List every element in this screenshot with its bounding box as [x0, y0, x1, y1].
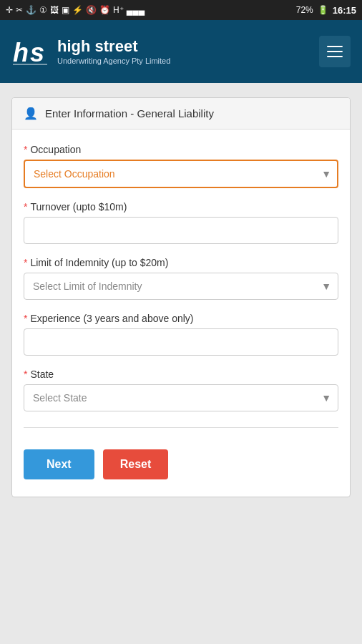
menu-line-2 — [327, 51, 343, 52]
form-title: Enter Information - General Liability — [45, 107, 214, 119]
state-required: * — [24, 369, 27, 380]
logo-text: high street Underwriting Agency Pty Limi… — [57, 37, 170, 67]
experience-field-group: *Experience (3 years and above only) — [24, 313, 338, 356]
state-select-wrapper: Select State ▼ — [24, 384, 338, 411]
status-icons: ✛ ✂ ⚓ ① 🖼 ▣ ⚡ 🔇 ⏰ H⁺ ▄▄▄ — [6, 5, 145, 15]
limit-indemnity-required: * — [24, 257, 27, 268]
menu-button[interactable] — [319, 36, 351, 67]
limit-indemnity-label: *Limit of Indemnity (up to $20m) — [24, 257, 338, 268]
limit-indemnity-select-wrapper: Select Limit of Indemnity ▼ — [24, 273, 338, 300]
form-body: *Occupation Select Occupation ▼ *Turnove… — [12, 130, 350, 497]
status-icon-scissors: ✂ — [16, 5, 23, 15]
status-icon-1: ① — [39, 5, 47, 15]
reset-button[interactable]: Reset — [103, 449, 169, 479]
menu-line-1 — [327, 46, 343, 47]
logo-icon: h s — [11, 33, 49, 70]
app-header: h s high street Underwriting Agency Pty … — [0, 20, 362, 83]
company-sub: Underwriting Agency Pty Limited — [57, 56, 170, 66]
company-logo: h s high street Underwriting Agency Pty … — [11, 33, 170, 70]
button-row: Next Reset — [24, 444, 338, 482]
menu-line-3 — [327, 56, 343, 57]
status-icon-add: ✛ — [6, 5, 13, 15]
status-icon-signal: H⁺ — [113, 5, 124, 15]
status-icon-alarm: ⏰ — [99, 5, 110, 15]
experience-required: * — [24, 313, 27, 324]
turnover-label: *Turnover (upto $10m) — [24, 201, 338, 213]
status-icon-app: ▣ — [62, 5, 69, 15]
turnover-input[interactable] — [24, 217, 338, 244]
turnover-required: * — [24, 201, 27, 213]
main-content: 👤 Enter Information - General Liability … — [0, 83, 362, 644]
status-right: 72% 🔋 16:15 — [296, 5, 356, 16]
occupation-select-wrapper: Select Occupation ▼ — [24, 160, 338, 188]
state-select[interactable]: Select State — [24, 384, 338, 411]
next-button[interactable]: Next — [24, 449, 94, 479]
battery-pct: 72% — [296, 5, 313, 15]
turnover-field-group: *Turnover (upto $10m) — [24, 201, 338, 244]
person-icon: 👤 — [24, 107, 38, 120]
svg-text:h: h — [13, 38, 29, 67]
battery-icon: 🔋 — [318, 5, 328, 15]
limit-indemnity-select[interactable]: Select Limit of Indemnity — [24, 273, 338, 300]
status-icon-usb: ⚓ — [26, 5, 36, 15]
hs-logo-svg: h s — [11, 33, 49, 70]
form-divider — [24, 427, 338, 428]
status-icon-mute: 🔇 — [86, 5, 97, 15]
svg-text:s: s — [30, 38, 44, 67]
state-field-group: *State Select State ▼ — [24, 369, 338, 411]
status-icon-image: 🖼 — [50, 5, 59, 15]
occupation-field-group: *Occupation Select Occupation ▼ — [24, 144, 338, 188]
status-icon-bt: ⚡ — [72, 5, 83, 15]
form-header: 👤 Enter Information - General Liability — [12, 98, 350, 130]
occupation-select[interactable]: Select Occupation — [24, 160, 338, 188]
occupation-required: * — [24, 144, 27, 155]
experience-input[interactable] — [24, 328, 338, 356]
company-name: high street — [57, 37, 170, 56]
experience-label: *Experience (3 years and above only) — [24, 313, 338, 324]
status-icon-bars: ▄▄▄ — [127, 5, 145, 15]
occupation-label: *Occupation — [24, 144, 338, 155]
status-time: 16:15 — [333, 5, 356, 16]
limit-indemnity-field-group: *Limit of Indemnity (up to $20m) Select … — [24, 257, 338, 300]
status-bar: ✛ ✂ ⚓ ① 🖼 ▣ ⚡ 🔇 ⏰ H⁺ ▄▄▄ 72% 🔋 16:15 — [0, 0, 362, 20]
state-label: *State — [24, 369, 338, 380]
form-card: 👤 Enter Information - General Liability … — [11, 97, 351, 497]
